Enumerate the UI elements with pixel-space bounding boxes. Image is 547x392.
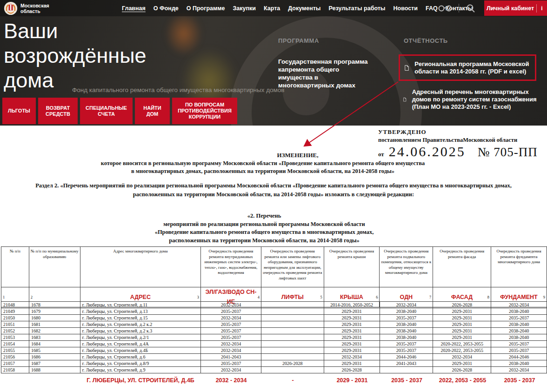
- nav-item-8[interactable]: Новости: [394, 5, 418, 12]
- red-annotation-row: Г. ЛЮБЕРЦЫ, УЛ. СТРОИТЕЛЕЙ, Д.4Б2032 - 2…: [1, 377, 547, 385]
- annotation-cell-9: 2035 - 2037: [492, 377, 547, 385]
- table-cell: 2035-2037: [201, 308, 261, 315]
- table-cell: 1686: [29, 354, 80, 360]
- table-cell: г. Люберцы, ул. Строителей, д.6: [80, 354, 201, 360]
- table-cell: 2035-2037: [201, 334, 261, 341]
- table-cell: 2014-2016, 2050-2052: [324, 302, 380, 308]
- change-body: которое вносится в региональную программ…: [49, 159, 477, 175]
- table-cell: 1678: [29, 302, 80, 308]
- hero-button-5[interactable]: ПО ВОПРОСАМ ПРОТИВОДЕЙСТВИЯ КОРРУПЦИИ: [172, 98, 237, 124]
- table-cell: 2032-2034: [324, 354, 380, 360]
- table-row: 210551685г. Люберцы, ул. Строителей, д.4…: [1, 347, 547, 354]
- personal-account-button[interactable]: Личный кабинет i: [484, 0, 547, 16]
- table-cell: 2032-2034: [491, 302, 547, 308]
- table-cell: 2026-2028: [433, 302, 491, 308]
- table-cell: 2041-2043: [201, 354, 261, 360]
- table-row: 210511681г. Люберцы, ул. Строителей, д.2…: [1, 321, 547, 328]
- page-title: Ваши возрождённые дома: [4, 19, 147, 93]
- nav-item-1[interactable]: Главная: [122, 5, 146, 12]
- table-cell: г. Люберцы, ул. Строителей, д.4А: [80, 341, 201, 347]
- nav-item-2[interactable]: О Фонде: [153, 5, 179, 12]
- table-cell: 2032-2034: [201, 302, 261, 308]
- red-col-label: ОДН: [380, 292, 432, 302]
- hero-button-2[interactable]: ВОЗВРАТ СРЕДСТВ: [38, 98, 78, 124]
- change-title: ИЗМЕНЕНИЕ,: [84, 152, 512, 159]
- annotation-cell-2: [29, 377, 80, 385]
- table-cell: 2041-2043: [380, 360, 433, 367]
- table-row: 210571687г. Люберцы, ул. Строителей, д.8…: [1, 360, 547, 367]
- table-cell: 21056: [1, 354, 29, 360]
- reporting-item-regional-program[interactable]: Региональная программа Московской област…: [399, 54, 536, 81]
- accessibility-glasses-icon[interactable]: [437, 5, 454, 12]
- table-cell: 2035-2037: [201, 328, 261, 334]
- col-header-7: Очередность проведения ремонта подвально…: [380, 247, 433, 287]
- table-cell: 2029-2031: [324, 341, 380, 347]
- table-cell: [261, 308, 324, 315]
- hero-banner: Московская область ГлавнаяО ФондеО Прогр…: [0, 0, 547, 126]
- table-cell: г. Люберцы, ул. Строителей, д.4Б: [80, 347, 201, 354]
- table-cell: 1683: [29, 334, 80, 341]
- table-row: 210531683г. Люберцы, ул. Строителей, д.2…: [1, 334, 547, 341]
- table-row: 210501680г. Люберцы, ул. Строителей, д.1…: [1, 315, 547, 321]
- table-cell: 21055: [1, 347, 29, 354]
- table-cell: [261, 347, 324, 354]
- table-cell: [261, 302, 324, 308]
- nav-item-9[interactable]: FAQ: [426, 5, 438, 12]
- hero-buttons: ЛЬГОТЫВОЗВРАТ СРЕДСТВСПЕЦИАЛЬНЫЕ СЧЕТАНА…: [2, 98, 237, 124]
- table-cell: 21052: [1, 328, 29, 334]
- table-cell: 2038-2040: [380, 334, 433, 341]
- nav-item-6[interactable]: Документы: [288, 5, 320, 12]
- table-cell: [261, 328, 324, 334]
- reporting-heading: ОТЧЁТНОСТЬ: [404, 37, 448, 44]
- table-cell: 2026-2028: [261, 360, 324, 367]
- list-heading: «2. Перечень мероприятий по реализации р…: [50, 212, 478, 245]
- nav-item-5[interactable]: Карта: [264, 5, 280, 12]
- table-body: 210481678г. Люберцы, ул. Строителей, д.1…: [1, 301, 547, 373]
- document-icon: [405, 62, 409, 73]
- document-icon: [403, 94, 407, 105]
- table-cell: 2035-2037: [491, 341, 547, 347]
- table-cell: 2032-2034: [491, 367, 547, 373]
- fund-logo-icon[interactable]: [4, 1, 18, 15]
- table-cell: 2035-2037: [201, 360, 261, 367]
- approved-title: УТВЕРЖДЕНО: [378, 128, 546, 136]
- nav-item-3[interactable]: О Программе: [187, 5, 225, 12]
- table-cell: г. Люберцы, ул. Строителей, д.2 к.2: [80, 321, 201, 328]
- table-cell: 2029-2031: [433, 334, 491, 341]
- table-row: 210481678г. Люберцы, ул. Строителей, д.1…: [1, 302, 547, 308]
- table-cell: 2029-2031: [324, 308, 380, 315]
- table-cell: 2032-2034: [433, 354, 491, 360]
- page-subtitle: Фонд капитального ремонта общего имущест…: [72, 86, 285, 93]
- nav-item-4[interactable]: Закупки: [233, 5, 255, 12]
- table-cell: 1681: [29, 321, 80, 328]
- table-cell: 21057: [1, 360, 29, 367]
- hero-button-1[interactable]: ЛЬГОТЫ: [2, 98, 36, 124]
- table-cell: 2032-2034: [201, 367, 261, 373]
- table-cell: 1679: [29, 308, 80, 315]
- table-cell: [261, 367, 324, 373]
- table-cell: 2038-2040: [380, 308, 433, 315]
- table-header: № п/п№ п/п по муниципальному образованию…: [1, 246, 547, 307]
- table-cell: 2029-2031: [324, 334, 380, 341]
- red-col-label: ФУНДАМЕНТ: [492, 292, 546, 302]
- table-cell: г. Люберцы, ул. Строителей, д.2 к.3: [80, 328, 201, 334]
- main-nav: ГлавнаяО ФондеО ПрограммеЗакупкиКартаДок…: [122, 0, 473, 16]
- search-icon[interactable]: [466, 4, 475, 13]
- table-cell: 2044-2046: [380, 354, 433, 360]
- col-header-8: Очередность проведения ремонта фасада: [433, 247, 491, 287]
- table-cell: 2038-2040: [380, 321, 433, 328]
- table-cell: 2035-2037: [491, 315, 547, 321]
- login-info-icon[interactable]: i: [537, 5, 547, 12]
- table-cell: [261, 321, 324, 328]
- table-cell: 2029-2031: [324, 321, 380, 328]
- red-col-label: КРЫША: [325, 292, 379, 302]
- table-cell: 2032-2034: [201, 341, 261, 347]
- table-cell: 2038-2040: [491, 360, 547, 367]
- table-cell: 2029-2031: [324, 360, 380, 367]
- reporting-item-gas-list[interactable]: Адресный перечень многоквартирных домов …: [403, 88, 539, 111]
- hero-button-4[interactable]: НАЙТИ ДОМ: [135, 98, 170, 124]
- hero-button-3[interactable]: СПЕЦИАЛЬНЫЕ СЧЕТА: [80, 98, 133, 124]
- nav-item-7[interactable]: Результаты работы: [329, 5, 386, 12]
- program-link[interactable]: Государственная программа капремонта общ…: [278, 58, 369, 89]
- table-cell: 2035-2037: [380, 315, 433, 321]
